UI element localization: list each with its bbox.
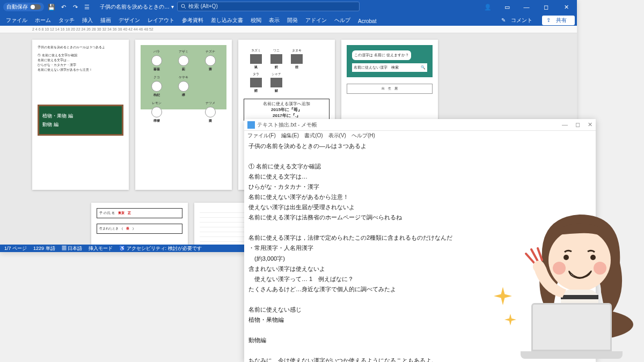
maximize-icon[interactable]: ◻ (536, 0, 555, 14)
notepad-menu: ファイル(F) 編集(E) 書式(O) 表示(V) ヘルプ(H) (244, 131, 596, 141)
page-thumbnail-2[interactable]: バラ薔薇 アザミ薊 ナズナ薺 クコ枸杞 ケヤキ欅 レモン檸檬 ナツメ棗 (135, 40, 232, 190)
minimize-icon[interactable]: — (517, 0, 536, 14)
search-input[interactable]: 検索 (Alt+Q) (177, 2, 360, 11)
status-words[interactable]: 1229 単語 (33, 245, 55, 252)
tab-touch[interactable]: タッチ (55, 15, 78, 26)
notepad-titlebar[interactable]: テキスト抽出.txt - メモ帳 — ◻ ✕ (244, 119, 596, 131)
tab-home[interactable]: ホーム (31, 15, 55, 26)
tab-design[interactable]: デザイン (115, 15, 144, 26)
svg-point-0 (181, 4, 185, 8)
ribbon-display-icon[interactable]: ▭ (497, 0, 517, 14)
menu-view[interactable]: 表示(V) (328, 132, 346, 139)
close-icon[interactable]: ✕ (555, 0, 577, 14)
menu-file[interactable]: ファイル(F) (247, 132, 276, 139)
close-icon[interactable]: ✕ (588, 121, 592, 128)
tab-insert[interactable]: 挿入 (78, 15, 97, 26)
teal-panel: この漢字は 名前に 使えますか？ 名前に使えない漢字 検索🔍 (347, 45, 433, 77)
tab-references[interactable]: 参考資料 (178, 15, 207, 26)
menu-format[interactable]: 書式(O) (304, 132, 323, 139)
notepad-icon (247, 121, 255, 129)
autosave-toggle[interactable]: 自動保存 (3, 3, 44, 11)
tab-draw[interactable]: 描画 (97, 15, 115, 26)
tab-view[interactable]: 表示 (265, 15, 283, 26)
tab-review[interactable]: 校閲 (247, 15, 265, 26)
page-thumbnail-5[interactable]: 子 の 氏 名 東京 正 生まれたとき ( 長 ) (91, 203, 188, 245)
tab-developer[interactable]: 開発 (283, 15, 302, 26)
ribbon-tabs: ファイル ホーム タッチ 挿入 描画 デザイン レイアウト 参考資料 差し込み文… (0, 14, 577, 26)
comment-button[interactable]: ✎ コメント (497, 15, 540, 26)
touch-icon[interactable]: ☰ (83, 3, 91, 11)
menu-help[interactable]: ヘルプ(H) (352, 132, 375, 139)
tab-layout[interactable]: レイアウト (144, 15, 178, 26)
status-mode[interactable]: 挿入モード (89, 245, 113, 252)
chalkboard-graphic: 植物・果物 編 動物 編 (38, 105, 123, 136)
tab-addins[interactable]: アドイン (302, 15, 331, 26)
status-accessibility[interactable]: ♿ アクセシビリティ: 検討が必要です (119, 245, 202, 252)
menu-edit[interactable]: 編集(E) (281, 132, 299, 139)
tab-mailings[interactable]: 差し込み文書 (207, 15, 247, 26)
maximize-icon[interactable]: ◻ (575, 121, 580, 128)
undo-icon[interactable]: ↶ (59, 3, 68, 11)
save-icon[interactable]: 💾 (47, 3, 56, 11)
redo-icon[interactable]: ↷ (71, 3, 79, 11)
ruler[interactable]: 2 4 6 8 10 12 14 16 18 20 22 24 26 28 30… (0, 26, 577, 33)
minimize-icon[interactable]: — (562, 121, 568, 128)
svg-line-1 (185, 8, 186, 9)
status-page[interactable]: 1/7 ページ (4, 245, 27, 252)
user-icon[interactable]: 👤 (478, 0, 497, 14)
tab-help[interactable]: ヘルプ (331, 15, 354, 26)
document-title[interactable]: 子供の名前を決めるときの… ▾ (100, 3, 174, 11)
share-button[interactable]: ⇪ 共有 (542, 16, 575, 25)
tab-acrobat[interactable]: Acrobat (354, 17, 380, 26)
banner-text: 名前に使える漢字へ追加 2015年に『苺』 2017年に『.』 (244, 99, 330, 121)
animal-grid: ネズミ鼠 ワニ鰐 タヌキ狸 タラ鱈 シャチ鯱 (244, 45, 330, 97)
plant-grid: バラ薔薇 アザミ薊 ナズナ薺 クコ枸杞 ケヤキ欅 レモン檸檬 ナツメ棗 (141, 45, 226, 109)
word-titlebar: 自動保存 💾 ↶ ↷ ☰ 子供の名前を決めるときの… ▾ 検索 (Alt+Q) … (0, 0, 577, 14)
notepad-window: テキスト抽出.txt - メモ帳 — ◻ ✕ ファイル(F) 編集(E) 書式(… (244, 119, 596, 362)
tab-file[interactable]: ファイル (2, 15, 31, 26)
notepad-title: テキスト抽出.txt - メモ帳 (257, 121, 317, 129)
status-lang[interactable]: 𝌆 日本語 (62, 245, 83, 252)
page-thumbnail-1[interactable]: 子供の名前を決めるときのルールは３つあるよ ① 名前に使える文字か確認 名前に使… (32, 40, 129, 190)
notepad-textarea[interactable]: 子供の名前を決めるときの―ルは３つあるよ ① 名前に使える文字か確認名前に使える… (244, 141, 596, 362)
